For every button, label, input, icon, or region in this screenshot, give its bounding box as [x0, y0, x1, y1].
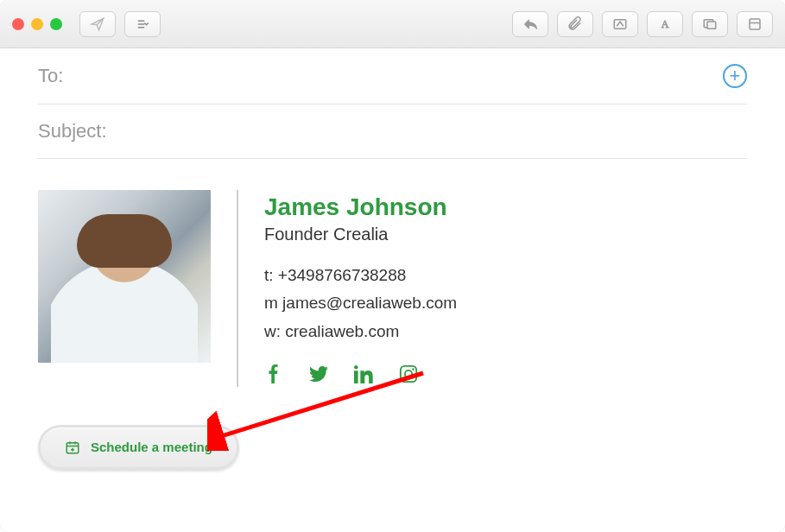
to-input[interactable]: [73, 66, 723, 86]
reply-arrow-icon: [522, 16, 538, 32]
subject-field-row: Subject:: [38, 104, 747, 159]
send-button[interactable]: [79, 11, 116, 37]
format-a-icon: A: [657, 16, 673, 32]
schedule-meeting-button[interactable]: Schedule a meeting: [38, 425, 239, 470]
subject-label: Subject:: [38, 120, 107, 142]
instagram-icon[interactable]: [399, 364, 418, 387]
signature-contact: t: +3498766738288 m james@crealiaweb.com…: [264, 262, 457, 345]
twitter-icon[interactable]: [309, 364, 328, 387]
reply-button[interactable]: [512, 11, 548, 37]
social-links: [264, 364, 457, 387]
email-line: m james@crealiaweb.com: [264, 289, 457, 317]
signature-divider: [237, 190, 238, 387]
subject-input[interactable]: [117, 122, 748, 142]
svg-rect-6: [707, 22, 716, 28]
cta-section: Schedule a meeting: [0, 399, 785, 470]
linkedin-icon[interactable]: [354, 364, 373, 387]
to-label: To:: [38, 65, 63, 87]
signature-name: James Johnson: [264, 193, 457, 221]
add-recipient-button[interactable]: +: [723, 64, 747, 88]
paper-plane-icon: [90, 16, 105, 32]
header-options-button[interactable]: [124, 11, 161, 37]
markup-icon: [612, 16, 628, 32]
attach-button[interactable]: [557, 11, 593, 37]
svg-rect-7: [750, 19, 760, 29]
signature-details: James Johnson Founder Crealia t: +349876…: [264, 190, 457, 387]
phone-line: t: +3498766738288: [264, 262, 457, 289]
facebook-icon[interactable]: [264, 364, 283, 387]
calendar-icon: [65, 440, 80, 455]
web-line: w: crealiaweb.com: [264, 318, 457, 345]
close-window-button[interactable]: [12, 18, 24, 30]
paperclip-icon: [567, 16, 583, 32]
titlebar: A: [0, 0, 785, 48]
mail-compose-window: A To: + Subject: James Johnson Founder C…: [0, 0, 785, 532]
zoom-window-button[interactable]: [50, 18, 62, 30]
schedule-meeting-label: Schedule a meeting: [91, 440, 212, 454]
email-signature: James Johnson Founder Crealia t: +349876…: [0, 159, 785, 399]
signature-photo: [38, 190, 211, 363]
header-fields: To: + Subject:: [0, 48, 785, 159]
svg-rect-9: [401, 366, 416, 382]
emoji-button[interactable]: [737, 11, 773, 37]
list-menu-icon: [135, 16, 150, 32]
markup-button[interactable]: [602, 11, 638, 37]
to-field-row: To: +: [38, 48, 747, 104]
photos-icon: [702, 16, 718, 32]
signature-title: Founder Crealia: [264, 225, 457, 244]
minimize-window-button[interactable]: [31, 18, 43, 30]
svg-point-10: [405, 370, 412, 377]
window-controls: [12, 18, 62, 30]
format-button[interactable]: A: [647, 11, 683, 37]
photo-browser-button[interactable]: [692, 11, 728, 37]
svg-text:A: A: [662, 17, 669, 29]
svg-point-11: [412, 368, 414, 370]
panel-icon: [747, 16, 763, 32]
